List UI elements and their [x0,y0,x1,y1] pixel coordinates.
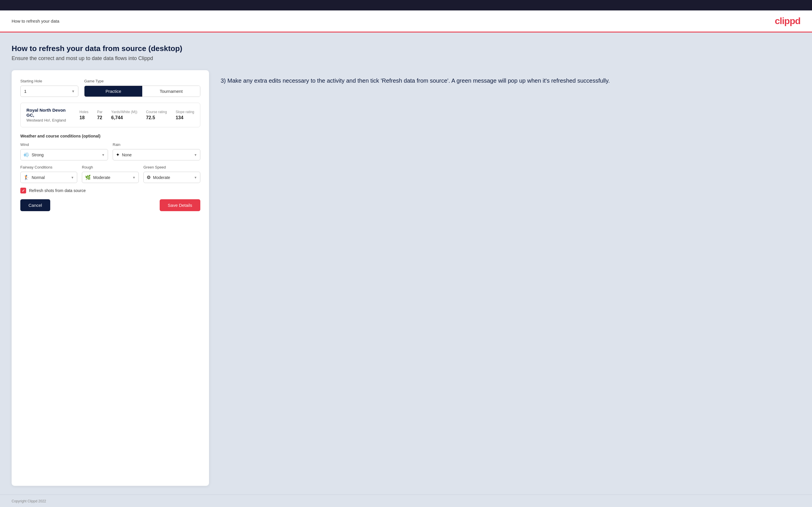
starting-hole-select[interactable]: 1 [20,86,79,97]
course-location: Westward Ho!, England [27,118,74,122]
tournament-button[interactable]: Tournament [142,86,200,97]
green-speed-label: Green Speed [143,165,200,169]
rough-select[interactable]: 🌿 Moderate ▼ [82,172,139,183]
conditions-row-1: Wind 💨 Strong ▼ Rain ✦ None ▼ [20,143,200,160]
rough-label: Rough [82,165,139,169]
yards-value: 6,744 [111,115,123,120]
refresh-checkbox-label: Refresh shots from data source [29,188,86,193]
top-bar [0,0,812,10]
fairway-label: Fairway Conditions [20,165,77,169]
wind-group: Wind 💨 Strong ▼ [20,143,108,160]
green-speed-group: Green Speed ⚙ Moderate ▼ [143,165,200,183]
practice-button[interactable]: Practice [85,86,142,97]
game-type-group: Game Type Practice Tournament [84,79,200,97]
rough-icon: 🌿 [85,175,91,180]
main-content: How to refresh your data from source (de… [0,33,812,495]
rough-value: Moderate [93,175,133,180]
green-speed-arrow-icon: ▼ [194,176,197,179]
form-top-row: Starting Hole 1 ▼ Game Type Practice Tou… [20,79,200,97]
wind-label: Wind [20,143,108,147]
fairway-icon: 🏌 [23,175,29,180]
yards-label: Yards/White (M)) [111,110,137,114]
green-speed-icon: ⚙ [147,175,151,180]
header: How to refresh your data clippd [0,10,812,33]
page-subheading: Ensure the correct and most up to date d… [12,55,800,61]
course-rating-stat: Course rating 72.5 [146,110,167,120]
rain-icon: ✦ [116,152,119,158]
rain-group: Rain ✦ None ▼ [113,143,200,160]
game-type-label: Game Type [84,79,200,83]
course-rating-label: Course rating [146,110,167,114]
green-speed-value: Moderate [153,175,194,180]
form-actions: Cancel Save Details [20,199,200,211]
cancel-button[interactable]: Cancel [20,199,50,211]
par-value: 72 [97,115,102,120]
starting-hole-group: Starting Hole 1 ▼ [20,79,79,97]
page-heading: How to refresh your data from source (de… [12,44,800,53]
course-rating-value: 72.5 [146,115,155,120]
conditions-row-2: Fairway Conditions 🏌 Normal ▼ Rough 🌿 Mo… [20,165,200,183]
wind-select[interactable]: 💨 Strong ▼ [20,149,108,160]
rain-value: None [122,153,194,157]
course-info-box: Royal North Devon GC, Westward Ho!, Engl… [20,103,200,127]
side-description-text: 3) Make any extra edits necessary to the… [221,76,800,85]
slope-rating-label: Slope rating [175,110,194,114]
rain-select[interactable]: ✦ None ▼ [113,149,200,160]
refresh-checkbox-row: ✓ Refresh shots from data source [20,188,200,193]
side-description: 3) Make any extra edits necessary to the… [221,70,800,486]
rough-arrow-icon: ▼ [133,176,136,179]
slope-rating-value: 134 [175,115,184,120]
header-title: How to refresh your data [12,18,59,23]
rough-group: Rough 🌿 Moderate ▼ [82,165,139,183]
holes-stat: Holes 18 [80,110,89,120]
par-label: Par [97,110,102,114]
course-name: Royal North Devon GC, [27,108,74,117]
copyright-text: Copyright Clippd 2022 [12,499,46,503]
yards-stat: Yards/White (M)) 6,744 [111,110,137,120]
footer: Copyright Clippd 2022 [0,495,812,507]
fairway-select[interactable]: 🏌 Normal ▼ [20,172,77,183]
refresh-checkbox[interactable]: ✓ [20,188,26,193]
game-type-toggle: Practice Tournament [84,86,200,97]
content-area: Starting Hole 1 ▼ Game Type Practice Tou… [12,70,800,486]
slope-rating-stat: Slope rating 134 [175,110,194,120]
starting-hole-label: Starting Hole [20,79,79,83]
form-panel: Starting Hole 1 ▼ Game Type Practice Tou… [12,70,209,486]
fairway-value: Normal [32,175,71,180]
conditions-section-title: Weather and course conditions (optional) [20,134,200,138]
rain-label: Rain [113,143,200,147]
fairway-group: Fairway Conditions 🏌 Normal ▼ [20,165,77,183]
starting-hole-wrapper: 1 ▼ [20,86,79,97]
par-stat: Par 72 [97,110,102,120]
checkmark-icon: ✓ [22,188,25,193]
holes-label: Holes [80,110,89,114]
course-name-block: Royal North Devon GC, Westward Ho!, Engl… [27,108,74,122]
fairway-arrow-icon: ▼ [71,176,74,179]
wind-icon: 💨 [23,152,29,158]
holes-value: 18 [80,115,85,120]
wind-value: Strong [32,153,102,157]
green-speed-select[interactable]: ⚙ Moderate ▼ [143,172,200,183]
wind-arrow-icon: ▼ [102,153,105,157]
save-button[interactable]: Save Details [160,199,200,211]
course-stats: Holes 18 Par 72 Yards/White (M)) 6,744 C… [80,110,194,120]
logo: clippd [775,16,800,26]
rain-arrow-icon: ▼ [194,153,197,157]
